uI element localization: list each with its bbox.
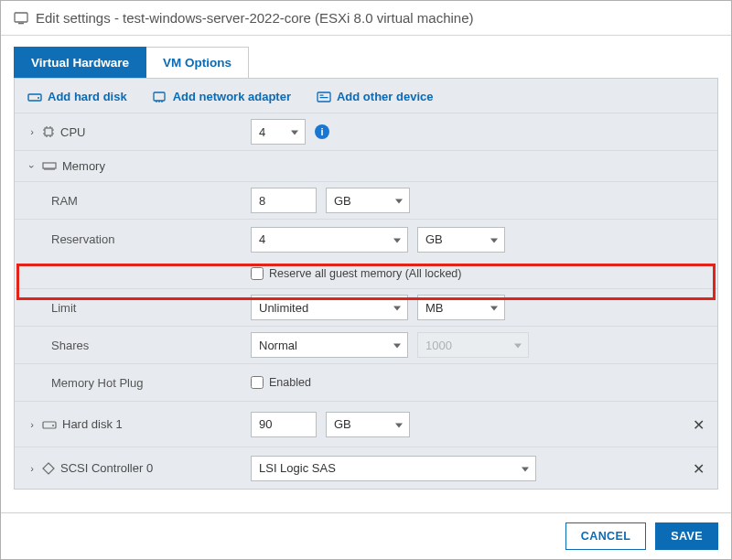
svg-point-3 [38, 97, 39, 99]
add-other-device-button[interactable]: Add other device [317, 90, 433, 103]
dialog-body: Virtual Hardware VM Options Add hard dis… [1, 36, 731, 512]
ram-unit-select[interactable]: GB [326, 188, 410, 213]
add-hard-disk-button[interactable]: Add hard disk [27, 90, 127, 103]
hotplug-label: Memory Hot Plug [51, 376, 143, 390]
limit-unit-select[interactable]: MB [417, 295, 505, 320]
shares-label: Shares [51, 339, 89, 352]
row-scsi-controller-0: › SCSI Controller 0 LSI Logic SAS ✕ [15, 447, 717, 489]
memory-icon [42, 161, 57, 172]
shares-value-select: 1000 [417, 332, 529, 358]
svg-point-11 [52, 425, 54, 426]
row-cpu: › CPU 4 i [15, 113, 717, 150]
shares-level-select[interactable]: Normal [251, 332, 408, 358]
scroll-area[interactable]: Virtual Hardware VM Options Add hard dis… [1, 36, 731, 512]
reservation-label: Reservation [51, 232, 114, 246]
virtual-hardware-panel: Add hard disk Add network adapter Add ot… [14, 79, 718, 490]
row-limit: Limit Unlimited MB [15, 288, 717, 326]
dialog-footer: CANCEL SAVE [1, 512, 731, 559]
svg-rect-10 [43, 422, 56, 428]
hard-disk-icon [27, 91, 42, 103]
cpu-info-icon[interactable]: i [315, 124, 329, 139]
tabs: Virtual Hardware VM Options [14, 47, 718, 79]
scsi0-type-select[interactable]: LSI Logic SAS [251, 456, 536, 481]
tab-virtual-hardware[interactable]: Virtual Hardware [14, 47, 146, 78]
scsi0-label: SCSI Controller 0 [60, 461, 153, 475]
svg-rect-7 [319, 97, 328, 98]
expand-cpu-toggle[interactable]: › [27, 126, 37, 137]
expand-harddisk1-toggle[interactable]: › [27, 419, 37, 430]
row-memory-hotplug: Memory Hot Plug Enabled [15, 363, 717, 401]
harddisk1-unit-select[interactable]: GB [326, 412, 410, 437]
row-reservation: Reservation 4 GB [15, 219, 717, 259]
limit-value-select[interactable]: Unlimited [251, 295, 408, 320]
cancel-button[interactable]: CANCEL [565, 522, 646, 550]
expand-memory-toggle[interactable]: › [27, 162, 38, 171]
other-device-icon [317, 91, 331, 103]
harddisk1-size-input[interactable] [251, 412, 317, 437]
remove-harddisk1-button[interactable]: ✕ [693, 415, 705, 433]
cpu-label: CPU [60, 125, 85, 139]
row-memory: › Memory [15, 150, 717, 181]
svg-rect-8 [45, 128, 52, 135]
tab-vm-options[interactable]: VM Options [146, 47, 249, 78]
reserve-all-checkbox[interactable] [251, 267, 264, 280]
save-button[interactable]: SAVE [655, 522, 718, 550]
hotplug-enabled-checkbox[interactable] [251, 376, 264, 389]
harddisk1-label: Hard disk 1 [62, 417, 123, 431]
remove-scsi0-button[interactable]: ✕ [693, 459, 705, 477]
vm-settings-icon [14, 11, 28, 26]
reservation-value-select[interactable]: 4 [251, 227, 408, 253]
row-hard-disk-1: › Hard disk 1 GB ✕ [15, 401, 717, 447]
svg-rect-4 [154, 92, 165, 101]
dialog-titlebar: Edit settings - test-windows-server-2022… [1, 1, 731, 36]
svg-rect-0 [15, 13, 27, 22]
ram-value-input[interactable] [251, 188, 317, 213]
edit-settings-dialog: Edit settings - test-windows-server-2022… [0, 0, 732, 560]
scsi-controller-icon [42, 462, 55, 475]
row-reserve-all: Reserve all guest memory (All locked) [15, 259, 717, 288]
svg-rect-2 [28, 94, 41, 101]
dialog-title: Edit settings - test-windows-server-2022… [36, 10, 474, 26]
svg-rect-1 [18, 23, 24, 24]
svg-rect-6 [319, 94, 323, 95]
panel-toolbar: Add hard disk Add network adapter Add ot… [15, 79, 717, 113]
row-ram: RAM GB [15, 181, 717, 219]
limit-label: Limit [51, 301, 76, 315]
ram-label: RAM [51, 194, 78, 208]
reserve-all-checkbox-label[interactable]: Reserve all guest memory (All locked) [251, 267, 462, 280]
hotplug-enabled-label[interactable]: Enabled [251, 376, 311, 389]
svg-rect-9 [43, 163, 56, 168]
memory-label: Memory [62, 159, 105, 173]
cpu-count-select[interactable]: 4 [251, 119, 306, 145]
cpu-icon [42, 125, 55, 138]
reservation-unit-select[interactable]: GB [417, 227, 505, 253]
hard-disk-icon [42, 419, 57, 430]
expand-scsi0-toggle[interactable]: › [27, 463, 37, 474]
network-adapter-icon [153, 91, 167, 103]
add-network-adapter-button[interactable]: Add network adapter [153, 90, 291, 103]
row-shares: Shares Normal 1000 [15, 326, 717, 363]
